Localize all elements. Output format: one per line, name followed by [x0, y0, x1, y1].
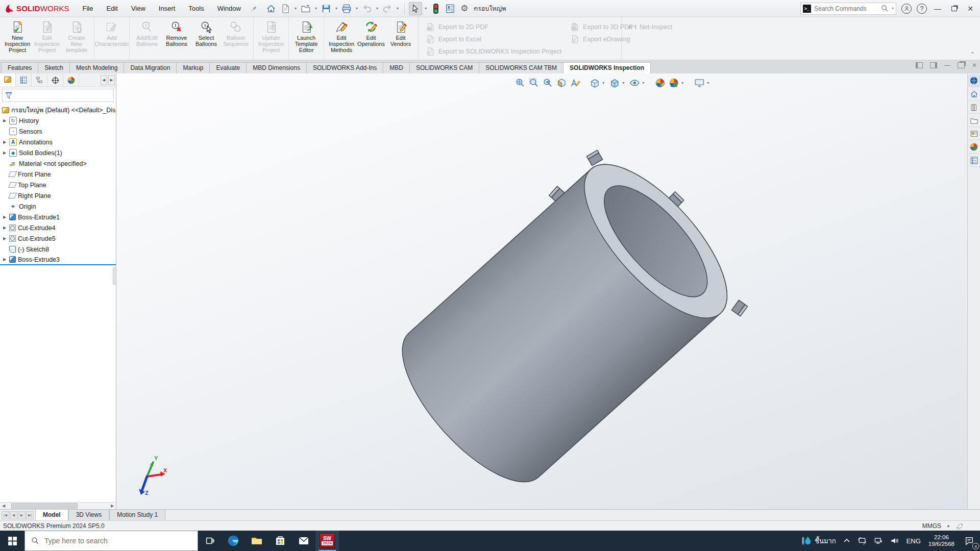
- cast-icon[interactable]: [854, 531, 870, 551]
- hide-show-items-icon[interactable]: [628, 77, 641, 89]
- task-pane-view-palette-tab[interactable]: [968, 128, 980, 140]
- tree-item[interactable]: ▶ Solid Bodies(1): [0, 147, 116, 158]
- start-button[interactable]: [0, 531, 24, 551]
- tab-scroll-prev[interactable]: ◀: [10, 511, 17, 519]
- balloon-sequence-button[interactable]: Balloon Sequence: [221, 19, 251, 47]
- help-icon[interactable]: ?: [917, 4, 927, 14]
- expand-arrow[interactable]: ▶: [2, 257, 7, 262]
- tree-item[interactable]: ▶ Boss-Extrude1: [0, 212, 116, 222]
- display-manager-tab[interactable]: [63, 73, 79, 87]
- command-tab[interactable]: Mesh Modeling: [69, 62, 124, 73]
- expand-arrow[interactable]: ▶: [2, 226, 7, 230]
- expand-arrow[interactable]: ▶: [2, 215, 7, 219]
- print-button[interactable]: [340, 2, 353, 15]
- dimxpert-manager-tab[interactable]: [47, 73, 63, 87]
- restore-button[interactable]: [948, 5, 960, 13]
- display-style-icon[interactable]: [608, 77, 621, 89]
- property-manager-tab[interactable]: [16, 73, 32, 87]
- tree-item[interactable]: Right Plane: [0, 190, 116, 201]
- tree-horizontal-scrollbar[interactable]: ◀ ▶: [0, 502, 116, 509]
- network-icon[interactable]: [870, 531, 887, 551]
- tag-editor-icon[interactable]: [955, 522, 964, 530]
- tree-item[interactable]: ▶ Cut-Extrude5: [0, 233, 116, 244]
- view-orientation-icon[interactable]: [589, 77, 601, 89]
- redo-caret[interactable]: ▾: [395, 6, 400, 11]
- print-caret[interactable]: ▾: [354, 6, 359, 11]
- apply-scene-caret[interactable]: ▾: [681, 81, 686, 85]
- search-icon[interactable]: [881, 5, 889, 12]
- add-edit-balloons-button[interactable]: Add/Edit Balloons: [132, 19, 162, 47]
- taskbar-search-input[interactable]: [44, 537, 191, 545]
- account-icon[interactable]: [901, 4, 912, 14]
- configuration-manager-tab[interactable]: [32, 73, 47, 87]
- save-caret[interactable]: ▾: [334, 6, 339, 11]
- menu-item[interactable]: View: [131, 5, 145, 12]
- document-tab[interactable]: 3D Views: [68, 510, 109, 520]
- rim-clip-top[interactable]: [586, 150, 602, 165]
- command-tab[interactable]: Evaluate: [209, 62, 247, 73]
- hide-show-items-caret[interactable]: ▾: [642, 81, 647, 85]
- net-inspect-button[interactable]: n●i Net-Inspect: [628, 22, 672, 32]
- zoom-to-area-icon[interactable]: [528, 77, 540, 89]
- close-button[interactable]: ✕: [965, 5, 976, 13]
- search-caret[interactable]: ▾: [892, 6, 894, 11]
- view-settings-caret[interactable]: ▾: [707, 81, 712, 85]
- remove-balloons-button[interactable]: Remove Balloons: [162, 19, 191, 47]
- task-pane-resources-tab[interactable]: [968, 74, 980, 87]
- options-caret[interactable]: ▾: [472, 6, 477, 11]
- export-excel-button[interactable]: Export to Excel: [425, 34, 561, 44]
- scrollbar-track[interactable]: [7, 503, 109, 509]
- pane-left-icon[interactable]: [916, 62, 923, 68]
- command-tab[interactable]: Features: [1, 62, 38, 73]
- command-tab[interactable]: Sketch: [38, 62, 70, 73]
- select-tool-caret[interactable]: ▾: [423, 6, 428, 11]
- annotation-visibility-icon[interactable]: [569, 77, 581, 89]
- menu-item[interactable]: Window: [217, 5, 241, 12]
- task-pane-file-explorer-tab[interactable]: [968, 114, 980, 127]
- scrollbar-thumb[interactable]: [11, 503, 78, 509]
- pane-right-icon[interactable]: [930, 62, 937, 68]
- doc-restore-icon[interactable]: [958, 62, 965, 68]
- command-tab[interactable]: MBD Dimensions: [246, 62, 307, 73]
- new-inspection-project-button[interactable]: New Inspection Project: [3, 19, 32, 53]
- menu-item[interactable]: Tools: [188, 5, 204, 12]
- command-tab[interactable]: SOLIDWORKS Add-Ins: [306, 62, 383, 73]
- file-explorer-icon[interactable]: [245, 531, 268, 551]
- menu-item[interactable]: Edit: [106, 5, 117, 12]
- task-view-button[interactable]: [198, 531, 222, 551]
- command-tab[interactable]: SOLIDWORKS CAM TBM: [479, 62, 564, 73]
- command-search[interactable]: >_ ▾: [800, 3, 896, 15]
- action-center-button[interactable]: 4: [959, 531, 980, 551]
- save-button[interactable]: [320, 2, 333, 15]
- home-button[interactable]: [264, 2, 278, 15]
- expand-arrow[interactable]: ▶: [2, 140, 7, 144]
- hidden-icons-chevron[interactable]: [840, 531, 854, 551]
- language-indicator[interactable]: ENG: [903, 531, 924, 551]
- volume-icon[interactable]: [887, 531, 903, 551]
- minimize-button[interactable]: —: [932, 5, 943, 13]
- edit-operations-button[interactable]: Edit Operations: [356, 19, 386, 47]
- microsoft-store-icon[interactable]: [268, 531, 292, 551]
- fm-tabs-scroll-left[interactable]: ◀: [101, 75, 107, 85]
- tree-item[interactable]: (-) Sketch8: [0, 244, 116, 255]
- new-document-caret[interactable]: ▾: [293, 6, 298, 11]
- weather-widget[interactable]: ชื้นมาก: [797, 531, 839, 551]
- tree-item[interactable]: ▶ History: [0, 115, 116, 126]
- document-tab[interactable]: Model: [35, 510, 68, 520]
- tab-scroll-next[interactable]: ▶: [18, 511, 26, 519]
- edit-vendors-button[interactable]: Edit Vendors: [386, 19, 415, 47]
- redo-button[interactable]: [381, 2, 394, 15]
- tree-item[interactable]: Top Plane: [0, 180, 116, 190]
- edge-browser-icon[interactable]: [222, 531, 245, 551]
- export-solidworks-inspection-button[interactable]: Export to SOLIDWORKS Inspection Project: [425, 46, 561, 57]
- apply-scene-icon[interactable]: [668, 77, 680, 89]
- view-settings-icon[interactable]: [693, 77, 705, 89]
- undo-button[interactable]: [360, 2, 374, 15]
- panel-splitter-handle[interactable]: [113, 267, 116, 285]
- task-pane-design-library-tab[interactable]: [968, 101, 980, 114]
- tree-item[interactable]: ▶ Cut-Extrude4: [0, 222, 116, 233]
- edit-appearance-icon[interactable]: [654, 77, 666, 89]
- expand-arrow[interactable]: ▶: [2, 236, 7, 241]
- tree-item[interactable]: Front Plane: [0, 169, 116, 180]
- pin-icon[interactable]: 📌︎: [250, 5, 257, 13]
